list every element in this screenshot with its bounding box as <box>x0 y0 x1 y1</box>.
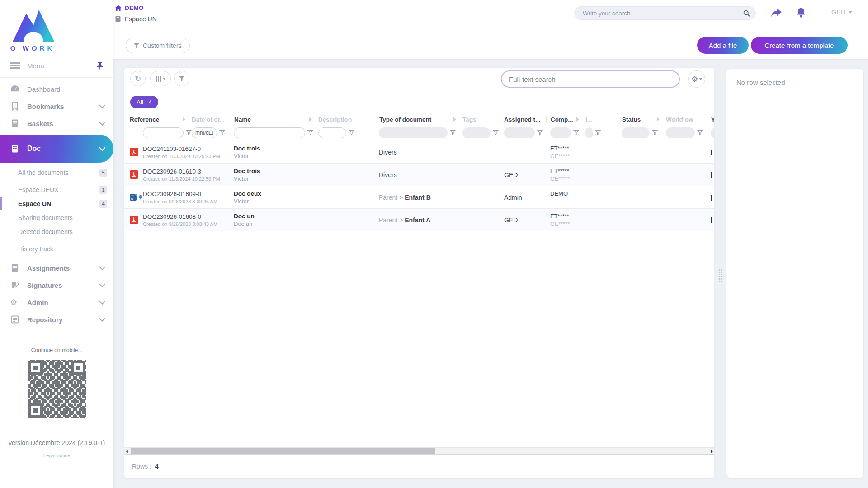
scroll-left-arrow[interactable] <box>126 450 128 453</box>
status-filter-select[interactable] <box>622 127 650 138</box>
table-row[interactable]: DOC241103-01627-0 Created on 11/3/2024 1… <box>124 141 714 164</box>
workflow-filter-select[interactable] <box>666 127 695 138</box>
table-row[interactable]: w DOC230926-01609-0 Created on 9/26/2023… <box>124 186 714 209</box>
document-company: DEMO <box>550 190 585 197</box>
gear-icon: ⚙ <box>10 298 20 307</box>
column-header-i[interactable]: I... <box>585 116 622 123</box>
table-row[interactable]: DOC230926-01608-0 Created on 9/26/2023 3… <box>124 209 714 231</box>
reference-filter-input[interactable] <box>143 127 184 138</box>
sidebar-item-bookmarks[interactable]: Bookmarks <box>0 98 113 115</box>
date-filter-input[interactable]: mm/d <box>192 127 217 138</box>
scroll-right-arrow[interactable] <box>711 450 713 453</box>
column-header-description[interactable]: Description <box>318 116 379 123</box>
sub-item-label: Sharing documents <box>18 214 73 221</box>
hamburger-icon <box>10 62 20 69</box>
sidebar-item-assignments[interactable]: Assignments <box>0 259 113 277</box>
table-row[interactable]: DOC230926-01610-3 Created on 11/3/2024 1… <box>124 164 714 186</box>
sub-item-label: Deleted documents <box>18 228 73 235</box>
fulltext-search-input[interactable] <box>509 75 672 83</box>
pin-icon[interactable] <box>96 61 104 70</box>
document-assigned: Admin <box>504 194 550 201</box>
sort-arrow-icon[interactable] <box>657 117 660 122</box>
horizontal-scrollbar[interactable] <box>124 447 714 455</box>
sidebar-item-repository[interactable]: Repository <box>0 311 113 328</box>
funnel-icon[interactable] <box>595 130 601 136</box>
sidebar-item-espace-un[interactable]: Espace UN 4 <box>0 197 113 211</box>
name-filter-input[interactable] <box>234 127 305 138</box>
sidebar-item-baskets[interactable]: Baskets <box>0 115 113 132</box>
document-name: Doc un <box>234 213 318 220</box>
column-header-y[interactable]: Y... <box>707 116 714 123</box>
table-settings-button[interactable]: ⚙ <box>688 70 705 88</box>
column-header-workflow[interactable]: Workflow <box>666 116 711 123</box>
i-filter-select[interactable] <box>585 127 593 138</box>
bell-icon[interactable] <box>795 7 807 18</box>
sort-arrow-icon[interactable] <box>309 117 312 122</box>
funnel-icon[interactable] <box>493 130 499 136</box>
funnel-icon[interactable] <box>652 130 658 136</box>
funnel-icon[interactable] <box>537 130 543 136</box>
breadcrumb-home[interactable]: DEMO <box>115 5 157 11</box>
menu-toggle[interactable]: Menu <box>0 56 113 75</box>
sort-arrow-icon[interactable] <box>183 117 185 122</box>
funnel-icon[interactable] <box>573 130 579 136</box>
create-from-template-button[interactable]: Create from a template <box>751 37 848 54</box>
column-header-tags[interactable]: Tags <box>462 116 504 123</box>
legal-notice-link[interactable]: Legal notice <box>0 453 113 458</box>
filter-button[interactable] <box>174 71 189 86</box>
column-header-date[interactable]: Date of cr... <box>192 116 234 123</box>
column-header-company[interactable]: Comp... <box>546 116 585 123</box>
description-filter-input[interactable] <box>318 127 346 138</box>
custom-filters-button[interactable]: Custom filters <box>126 38 190 53</box>
panel-resize-handle[interactable] <box>718 269 722 282</box>
refresh-button[interactable]: ↻ <box>130 71 146 86</box>
column-header-name[interactable]: Name <box>230 116 318 123</box>
column-header-type[interactable]: Type of document <box>375 116 462 123</box>
scrollbar-thumb[interactable] <box>131 448 435 454</box>
sort-arrow-icon[interactable] <box>576 117 579 122</box>
signature-icon <box>10 281 20 290</box>
tags-filter-select[interactable] <box>462 127 491 138</box>
search-icon[interactable] <box>743 10 750 17</box>
notification-bell-icon <box>138 194 143 201</box>
columns-button[interactable] <box>150 71 171 86</box>
funnel-icon[interactable] <box>307 130 313 136</box>
global-search-input[interactable] <box>583 10 743 17</box>
assigned-filter-select[interactable] <box>504 127 535 138</box>
sidebar-item-admin[interactable]: ⚙ Admin <box>0 294 113 311</box>
sidebar-item-doc[interactable]: Doc <box>0 135 113 163</box>
calendar-icon[interactable] <box>209 130 213 135</box>
share-icon[interactable] <box>770 7 782 18</box>
funnel-icon[interactable] <box>349 130 354 136</box>
all-filter-badge[interactable]: All : 4 <box>130 96 158 108</box>
type-filter-select[interactable] <box>379 127 448 138</box>
breadcrumb-space[interactable]: Espace UN <box>115 15 157 23</box>
repository-icon <box>10 315 20 324</box>
global-search <box>574 6 756 20</box>
column-header-reference[interactable]: Reference <box>130 116 192 123</box>
funnel-icon[interactable] <box>450 130 456 136</box>
funnel-icon[interactable] <box>219 130 225 136</box>
sidebar-item-espace-deux[interactable]: Espace DEUX 1 <box>0 183 113 197</box>
user-menu[interactable]: GED <box>831 9 852 16</box>
add-file-button[interactable]: Add a file <box>697 37 749 54</box>
funnel-icon[interactable] <box>186 130 192 136</box>
sidebar-item-history-track[interactable]: History track <box>0 242 113 256</box>
company-filter-select[interactable] <box>550 127 571 138</box>
documents-panel: ↻ ⚙ All : 4 Reference <box>124 68 714 478</box>
word-file-icon: w <box>130 193 137 202</box>
column-header-status[interactable]: Status <box>618 116 666 123</box>
filter-cell-name <box>234 127 318 138</box>
sidebar-item-all-documents[interactable]: All the documents 5 <box>0 165 113 179</box>
column-header-assigned[interactable]: Assigned t... <box>504 116 550 123</box>
y-filter-select[interactable] <box>711 127 714 138</box>
document-type: Divers <box>379 149 397 156</box>
sort-arrow-icon[interactable] <box>453 117 456 122</box>
sidebar-item-sharing-documents[interactable]: Sharing documents <box>0 211 113 225</box>
count-badge: 5 <box>99 169 107 177</box>
document-type-parent: Parent > <box>379 194 403 201</box>
sidebar-item-dashboard[interactable]: Dashboard <box>0 80 113 98</box>
funnel-icon[interactable] <box>697 130 703 136</box>
sidebar-item-signatures[interactable]: Signatures <box>0 277 113 294</box>
sidebar-item-deleted-documents[interactable]: Deleted documents <box>0 225 113 239</box>
